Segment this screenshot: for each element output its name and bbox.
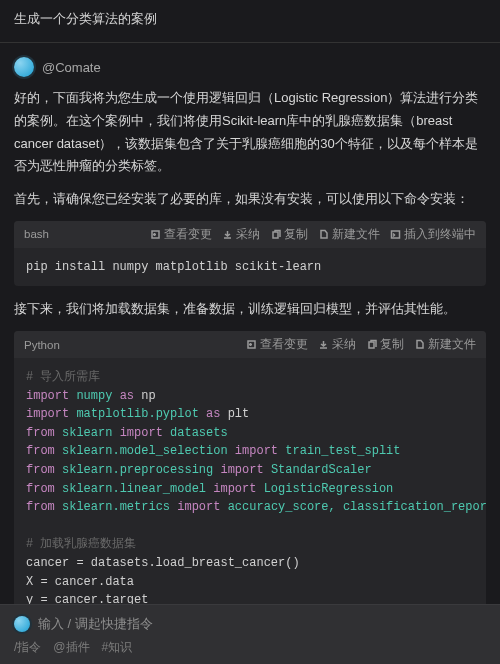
code-token: plt bbox=[228, 407, 250, 421]
code-token: as bbox=[120, 389, 134, 403]
copy-button[interactable]: 复制 bbox=[366, 337, 404, 352]
section-divider bbox=[0, 42, 500, 43]
assistant-content: 好的，下面我将为您生成一个使用逻辑回归（Logistic Regression）… bbox=[0, 87, 500, 664]
codeblock-actions: 查看变更 采纳 复制 新建文件 插入到终端中 bbox=[150, 227, 476, 242]
code-token: import bbox=[177, 500, 220, 514]
code-token: from bbox=[26, 463, 55, 477]
hint-knowledge[interactable]: #知识 bbox=[102, 639, 133, 656]
assistant-avatar bbox=[14, 57, 34, 77]
code-token: sklearn.model_selection bbox=[62, 444, 228, 458]
user-message: 生成一个分类算法的案例 bbox=[0, 0, 500, 42]
input-footer: 输入 / 调起快捷指令 /指令 @插件 #知识 bbox=[0, 604, 500, 664]
input-placeholder: 输入 / 调起快捷指令 bbox=[38, 615, 153, 633]
code-token: np bbox=[141, 389, 155, 403]
svg-rect-1 bbox=[273, 232, 278, 238]
code-token: StandardScaler bbox=[271, 463, 372, 477]
code-token: sklearn.preprocessing bbox=[62, 463, 213, 477]
codeblock-bash: bash 查看变更 采纳 复制 新建文件 插入到终端中 pip install … bbox=[14, 221, 486, 287]
code-token: from bbox=[26, 482, 55, 496]
terminal-icon bbox=[390, 229, 401, 240]
insert-terminal-button[interactable]: 插入到终端中 bbox=[390, 227, 476, 242]
download-icon bbox=[222, 229, 233, 240]
code-token: as bbox=[206, 407, 220, 421]
assistant-header: @Comate bbox=[0, 47, 500, 87]
input-avatar bbox=[14, 616, 30, 632]
hint-plugin[interactable]: @插件 bbox=[53, 639, 89, 656]
paragraph-next: 接下来，我们将加载数据集，准备数据，训练逻辑回归模型，并评估其性能。 bbox=[14, 298, 486, 321]
codeblock-lang-label: bash bbox=[24, 228, 49, 240]
copy-icon bbox=[366, 339, 377, 350]
code-line: X = cancer.data bbox=[26, 575, 134, 589]
view-diff-button[interactable]: 查看变更 bbox=[150, 227, 212, 242]
assistant-name: @Comate bbox=[42, 60, 101, 75]
code-token: from bbox=[26, 500, 55, 514]
diff-icon bbox=[246, 339, 257, 350]
file-icon bbox=[414, 339, 425, 350]
new-file-button[interactable]: 新建文件 bbox=[414, 337, 476, 352]
codeblock-lang-label: Python bbox=[24, 339, 60, 351]
diff-icon bbox=[150, 229, 161, 240]
code-token: import bbox=[120, 426, 163, 440]
view-diff-button[interactable]: 查看变更 bbox=[246, 337, 308, 352]
code-comment: # 导入所需库 bbox=[26, 370, 100, 384]
code-token: import bbox=[213, 482, 256, 496]
code-token: train_test_split bbox=[285, 444, 400, 458]
svg-rect-2 bbox=[392, 231, 400, 238]
code-token: datasets bbox=[170, 426, 228, 440]
file-icon bbox=[318, 229, 329, 240]
code-token: numpy bbox=[76, 389, 112, 403]
codeblock-header: bash 查看变更 采纳 复制 新建文件 插入到终端中 bbox=[14, 221, 486, 248]
download-icon bbox=[318, 339, 329, 350]
code-token: import bbox=[235, 444, 278, 458]
code-token: sklearn.metrics bbox=[62, 500, 170, 514]
code-token: import bbox=[26, 389, 69, 403]
code-token: sklearn.linear_model bbox=[62, 482, 206, 496]
svg-rect-4 bbox=[369, 342, 374, 348]
apply-button[interactable]: 采纳 bbox=[222, 227, 260, 242]
new-file-button[interactable]: 新建文件 bbox=[318, 227, 380, 242]
paragraph-intro: 好的，下面我将为您生成一个使用逻辑回归（Logistic Regression）… bbox=[14, 87, 486, 178]
codeblock-header: Python 查看变更 采纳 复制 新建文件 bbox=[14, 331, 486, 358]
code-token: LogisticRegression bbox=[264, 482, 394, 496]
code-token: sklearn bbox=[62, 426, 112, 440]
code-line: pip install numpy matplotlib scikit-lear… bbox=[26, 260, 321, 274]
code-token: import bbox=[220, 463, 263, 477]
input-row[interactable]: 输入 / 调起快捷指令 bbox=[14, 615, 486, 633]
code-token: from bbox=[26, 444, 55, 458]
hint-command[interactable]: /指令 bbox=[14, 639, 41, 656]
paragraph-install: 首先，请确保您已经安装了必要的库，如果没有安装，可以使用以下命令安装： bbox=[14, 188, 486, 211]
copy-button[interactable]: 复制 bbox=[270, 227, 308, 242]
code-comment: # 加载乳腺癌数据集 bbox=[26, 537, 136, 551]
code-token: matplotlib.pyplot bbox=[76, 407, 198, 421]
code-token: from bbox=[26, 426, 55, 440]
codeblock-body[interactable]: pip install numpy matplotlib scikit-lear… bbox=[14, 248, 486, 287]
apply-button[interactable]: 采纳 bbox=[318, 337, 356, 352]
code-token: import bbox=[26, 407, 69, 421]
codeblock-actions: 查看变更 采纳 复制 新建文件 bbox=[246, 337, 476, 352]
copy-icon bbox=[270, 229, 281, 240]
input-hints: /指令 @插件 #知识 bbox=[14, 639, 486, 656]
code-token: accuracy_score, classification_report, c… bbox=[228, 500, 486, 514]
code-line: cancer = datasets.load_breast_cancer() bbox=[26, 556, 300, 570]
